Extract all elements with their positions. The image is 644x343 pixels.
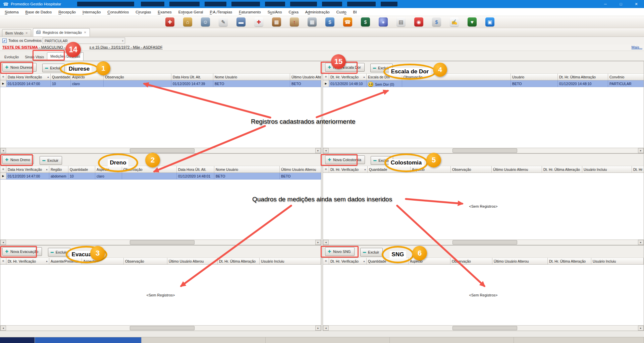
column-header-quantidade[interactable]: Quantidade [51,74,71,80]
menu-item-exames[interactable]: Exames [154,10,175,14]
scroll-left-button[interactable]: ◄ [323,148,329,153]
scroll-track[interactable] [329,326,638,331]
column-header-dt-hr-ultima-alteracao[interactable]: Dt. Hr. Última Alteração [558,74,608,80]
scroll-track[interactable] [6,240,315,245]
scroll-left-button[interactable]: ◄ [0,326,6,331]
close-button[interactable]: ✕ [629,0,644,8]
column-header-aspecto[interactable]: Aspecto [71,74,104,80]
scroll-right-button[interactable]: ► [315,148,321,153]
grid-corner-icon[interactable]: ✱ [323,166,329,173]
power-icon[interactable]: ◉ [414,17,423,26]
grid-corner-icon[interactable]: ✱ [323,74,329,80]
stock-icon[interactable]: ▦ [272,17,281,26]
column-header-usuario[interactable]: Usuário [511,74,558,80]
safe-icon[interactable]: ▦ [308,17,317,26]
patients-icon[interactable]: ✚ [165,17,174,26]
scroll-left-button[interactable]: ◄ [323,326,329,331]
column-header-dt-hr-verificacao[interactable]: Dt. Hr. Verificação▲ [329,258,367,264]
column-header-aspecto[interactable]: Aspecto [409,258,450,264]
scroll-track[interactable] [329,148,638,153]
scroll-track[interactable] [329,240,638,245]
scroll-right-button[interactable]: ► [315,326,321,331]
column-header-observacao[interactable]: Observação [122,166,177,173]
scroll-right-button[interactable]: ► [638,148,644,153]
column-header-quantidade[interactable]: Quantidade [367,258,409,264]
column-header-observacao[interactable]: Observação [450,258,492,264]
table-row[interactable]: ▶01/12/2020 14:48:10Sem Dor (0)BETO01/12… [323,80,644,87]
mais-link[interactable]: Mais... [632,45,642,49]
column-header-dt-hr-ultima-alteracao[interactable]: Dt. Hr. Última Alteração [542,166,582,173]
scroll-right-button[interactable]: ► [315,240,321,245]
column-header-nome-usuario[interactable]: Nome Usuário [213,74,290,80]
excluir-evacuacao-button[interactable]: ▬Excluir [48,248,70,257]
menu-item-recepcao[interactable]: Recepção [55,10,79,14]
novo-sng-button[interactable]: ✚Novo SNG [325,247,355,256]
todos-convenios-checkbox[interactable]: ✓ [2,39,7,43]
scroll-left-button[interactable]: ◄ [0,240,6,245]
tab-medicoes-diversas[interactable]: Medições Diversas [47,52,84,61]
menu-item-consultorios[interactable]: Consultórios [104,10,132,14]
media-icon[interactable]: ▣ [485,17,494,26]
column-header-escala-de-dor[interactable]: Escala de Dor [367,74,402,80]
column-header-nome-usuario[interactable]: Nome Usuário [214,166,280,173]
menu-item-p-a-terapias[interactable]: P.A./Terapias [206,10,235,14]
tab-sinais-vitais[interactable]: Sinais Vitais [22,53,47,61]
hospital-bed-icon[interactable]: ▬ [236,17,246,26]
signature-icon[interactable]: ✍ [450,17,459,26]
menu-item-administracao[interactable]: Administração [302,10,333,14]
column-header-usuario-incluiu[interactable]: Usuário Incluiu [260,258,321,264]
menu-item-custo[interactable]: Custo [333,10,350,14]
tab-registros-de-internacao[interactable]: Registros de Internação ✕ [33,28,90,37]
column-header-data-hora-ult-alt[interactable]: Data Hora Últ. Alt. [177,166,214,173]
menu-item-faturamento[interactable]: Faturamento [235,10,264,14]
billing-icon[interactable]: $ [432,17,441,26]
horizontal-scrollbar[interactable]: ◄► [0,239,321,245]
scroll-thumb[interactable] [452,326,518,330]
tab-bem-vindo[interactable]: Bem Vindo ✕ [2,29,31,37]
convenio-select[interactable]: PARTICULAR ▾ [43,38,125,44]
column-header-ausente-presente[interactable]: Ausente/Presente [49,258,82,264]
tab-evolucao[interactable]: Evolução [1,53,22,61]
column-header-dt-hr-verificacao[interactable]: Dt. Hr. Verificação▲ [329,74,367,80]
nova-evacuacao-button[interactable]: ✚Nova Evacuação [2,247,42,256]
scroll-right-button[interactable]: ► [638,326,644,331]
ledger-icon[interactable]: $ [361,17,370,26]
column-header-dt-hr-verificacao[interactable]: Dt. Hr. Verificação▲ [329,166,368,173]
excluir-diurese-button[interactable]: ▬Excluir [42,64,65,72]
grid-corner-icon[interactable]: ✱ [0,74,6,80]
close-icon[interactable]: ✕ [84,31,87,34]
column-header-ultimo-usuario-alterou[interactable]: Último Usuário Alterou [167,258,218,264]
column-header-ultimo-usuario-alterou[interactable]: Último Usuário Alterou [290,74,321,80]
excluir-escala-button[interactable]: ▬Excluir [370,64,393,72]
column-header-dt-hr-ultima-alteracao[interactable]: Dt. Hr. Última Alteração [548,258,591,264]
column-header-ultimo-usuario-alterou[interactable]: Último Usuário Alterou [492,258,548,264]
report-icon[interactable]: ▤ [396,17,406,26]
close-icon[interactable]: ✕ [25,31,28,35]
nova-escala-dor-button[interactable]: ✚Nova Escala Dor [325,63,365,72]
column-header-data-hora-verificacao[interactable]: Data Hora Verificação▲ [6,74,51,80]
column-header-usuario-incluiu[interactable]: Usuário Incluiu [582,166,632,173]
column-header-dt-hr-verificacao[interactable]: Dt. Hr. Verificação▲ [6,258,49,264]
excluir-sng-button[interactable]: ▬Excluir [360,248,383,257]
column-header-ultimo-usuario-alterou[interactable]: Último Usuário Alterou [280,166,321,173]
vitals-monitor-icon[interactable]: ♥ [468,17,477,26]
column-header-quantidade[interactable]: Quantidade [368,166,411,173]
menu-item-internacao[interactable]: Internação [79,10,104,14]
novo-dreno-button[interactable]: ✚Novo Dreno [2,155,34,164]
table-row[interactable]: ▶01/12/2020 14:47:0010claro01/12/2020 14… [0,80,321,87]
scroll-thumb[interactable] [130,148,195,153]
column-header-observacao[interactable]: Observação [124,258,167,264]
column-header-observacao[interactable]: Observação [451,166,492,173]
grid-corner-icon[interactable]: ✱ [323,258,329,264]
horizontal-scrollbar[interactable]: ◄► [0,325,321,331]
horizontal-scrollbar[interactable]: ◄► [323,148,644,153]
phonebook-icon[interactable]: ☎ [343,17,352,26]
column-header-quantidade[interactable]: Quantidade [68,166,95,173]
column-header-aspecto[interactable]: Aspecto [95,166,122,173]
column-header-data-hora-ult-alt[interactable]: Data Hora Últ. Alt. [171,74,213,80]
grid-corner-icon[interactable]: ✱ [0,258,6,264]
chat-sphere-icon[interactable]: ● [379,17,388,26]
scroll-thumb[interactable] [130,326,195,330]
scroll-track[interactable] [6,326,315,331]
scroll-thumb[interactable] [452,148,518,153]
